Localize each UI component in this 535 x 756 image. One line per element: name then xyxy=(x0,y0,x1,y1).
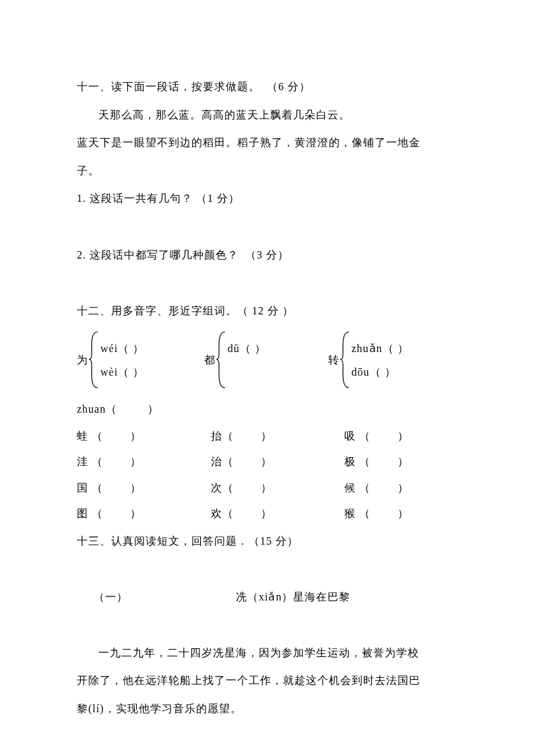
section-11-heading: 十一、读下面一段话，按要求做题。 （6 分） xyxy=(77,73,458,101)
cell: 治（ ） xyxy=(211,449,345,475)
reading-bottom: dōu（ ） xyxy=(352,360,409,384)
section-12-heading: 十二、用多音字、形近字组词。（ 12 分 ） xyxy=(77,297,458,325)
section-13-p1a: 一九二九年，二十四岁冼星海，因为参加学生运动，被誉为学校 xyxy=(77,639,458,667)
polyphone-row: 为 wéi（ ） wèi（ ） 都 dū（ ） 转 xyxy=(77,324,458,395)
section-11-para2b: 子。 xyxy=(77,157,458,185)
section-13-p1c: 黎(lí)，实现他学习音乐的愿望。 xyxy=(77,695,458,723)
bracket-icon xyxy=(340,328,352,392)
similar-chars-block: 蛙 （ ） 抬（ ） 吸 （ ） 洼 （ ） 治（ ） 极 （ ） 国 （ ） … xyxy=(77,423,458,527)
poly-char-dou: 都 xyxy=(204,346,216,374)
section-11-q2: 2. 这段话中都写了哪几种颜色？ （3 分） xyxy=(77,241,458,269)
cell: 国 （ ） xyxy=(77,475,211,501)
poly-char-zhuan: 转 xyxy=(328,346,340,374)
cell: 候 （ ） xyxy=(344,475,458,501)
reading-bottom xyxy=(228,360,266,384)
bracket-icon xyxy=(88,328,100,392)
bracket-icon xyxy=(216,328,228,392)
spacer xyxy=(77,269,458,297)
cell: 吸 （ ） xyxy=(344,423,458,449)
section-13-p1b: 开除了，他在远洋轮船上找了一个工作，就趁这个机会到时去法国巴 xyxy=(77,666,458,695)
poly-readings-zhuan: zhuǎn（ ） dōu（ ） xyxy=(352,337,409,384)
subtitle-prefix: （一） xyxy=(90,591,128,603)
poly-readings-dou: dū（ ） xyxy=(228,337,266,384)
similar-row: 蛙 （ ） 抬（ ） 吸 （ ） xyxy=(77,423,458,449)
cell: 抬（ ） xyxy=(211,423,345,449)
similar-row: 洼 （ ） 治（ ） 极 （ ） xyxy=(77,449,458,475)
poly-readings-wei: wéi（ ） wèi（ ） xyxy=(100,337,144,384)
similar-row: 图 （ ） 欢（ ） 猴 （ ） xyxy=(77,501,458,526)
zhuan-extra: zhuan（ ） xyxy=(77,395,458,423)
section-11-para2a: 蓝天下是一眼望不到边的稻田。稻子熟了，黄澄澄的，像铺了一地金 xyxy=(77,129,458,157)
cell: 次（ ） xyxy=(211,475,345,501)
reading-bottom: wèi（ ） xyxy=(100,360,144,384)
reading-top: dū（ ） xyxy=(228,337,266,360)
cell: 洼 （ ） xyxy=(77,449,211,475)
cell: 猴 （ ） xyxy=(344,501,458,526)
page-content: 十一、读下面一段话，按要求做题。 （6 分） 天那么高，那么蓝。高高的蓝天上飘着… xyxy=(0,0,535,723)
cell: 图 （ ） xyxy=(77,501,211,526)
section-11-para1: 天那么高，那么蓝。高高的蓝天上飘着几朵白云。 xyxy=(77,101,458,129)
section-11-q1: 1. 这段话一共有几句？ （1 分） xyxy=(77,184,458,213)
subtitle-text: 冼（xiǎn）星海在巴黎 xyxy=(236,591,350,603)
section-13-subtitle: （一）冼（xiǎn）星海在巴黎 xyxy=(77,555,458,639)
cell: 欢（ ） xyxy=(211,501,345,526)
cell: 极 （ ） xyxy=(344,449,458,475)
cell: 蛙 （ ） xyxy=(77,423,211,449)
section-13-heading: 十三、认真阅读短文，回答问题．（15 分） xyxy=(77,527,458,555)
spacer xyxy=(77,213,458,241)
reading-top: zhuǎn（ ） xyxy=(352,337,409,360)
similar-row: 国 （ ） 次（ ） 候 （ ） xyxy=(77,475,458,501)
reading-top: wéi（ ） xyxy=(100,337,144,360)
poly-char-wei: 为 xyxy=(77,346,88,374)
